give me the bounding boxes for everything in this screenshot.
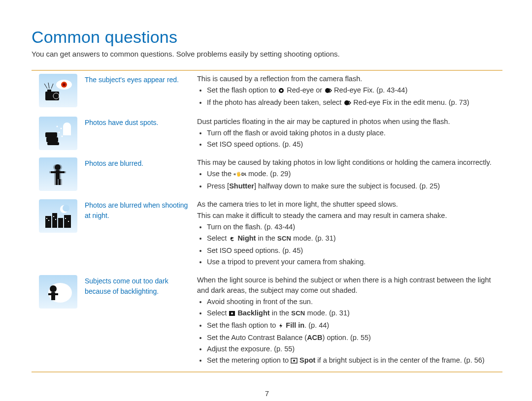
blurred-icon (39, 157, 77, 191)
svg-point-59 (293, 360, 295, 362)
redeye-fix-icon (343, 98, 351, 109)
bullet: Press [Shutter] halfway down to make sur… (207, 181, 502, 191)
fillin-icon (278, 321, 284, 332)
svg-rect-54 (48, 293, 51, 295)
svg-rect-37 (59, 179, 61, 185)
backlight-mode-icon (229, 309, 235, 319)
svg-rect-49 (65, 218, 66, 219)
label-backlight[interactable]: Subjects come out too dark because of ba… (85, 277, 168, 295)
bullet: Adjust the exposure. (p. 55) (207, 344, 502, 354)
label-cell: Photos are blurred when shooting at nigh… (85, 198, 197, 221)
svg-rect-41 (45, 216, 51, 228)
night-mode-icon (229, 234, 235, 245)
desc-cell: When the light source is behind the subj… (197, 274, 502, 368)
desc-cell: Dust particles floating in the air may b… (197, 116, 502, 151)
icon-cell (32, 156, 85, 191)
svg-point-40 (63, 205, 69, 212)
night-icon (39, 199, 77, 233)
bullet: Set the Auto Contrast Balance (ACB) opti… (207, 333, 502, 343)
spot-icon (291, 356, 298, 367)
bullet: Use the «🖐DUAL mode. (p. 29) (207, 169, 502, 180)
row-backlight: Subjects come out too dark because of ba… (32, 272, 502, 371)
bullet: Set ISO speed options. (p. 45) (207, 246, 502, 256)
svg-rect-44 (64, 215, 71, 228)
label-cell: Subjects come out too dark because of ba… (85, 274, 197, 297)
dual-icon: «🖐DUAL (233, 170, 246, 180)
bullet: If the photo has already been taken, sel… (207, 97, 502, 109)
icon-cell (32, 198, 85, 233)
bullet: Set the flash option to Fill in. (p. 44) (207, 320, 502, 332)
red-eye-icon (39, 74, 77, 107)
row-red-eye: The subject's eyes appear red. This is c… (32, 71, 502, 114)
bullet: Set the flash option to Red-eye or Red-e… (207, 85, 502, 96)
svg-rect-50 (68, 221, 69, 222)
svg-point-18 (62, 136, 63, 137)
redeye-fix-icon (324, 86, 332, 96)
dust-icon (39, 117, 77, 150)
svg-point-17 (59, 132, 60, 133)
svg-rect-33 (56, 170, 60, 179)
icon-cell (32, 116, 85, 150)
desc-cell: This may be caused by taking photos in l… (197, 156, 502, 192)
row-night: Photos are blurred when shooting at nigh… (32, 196, 502, 272)
label-cell: Photos have dust spots. (85, 116, 197, 128)
svg-point-2 (63, 83, 66, 86)
redeye-icon (278, 86, 285, 96)
bullet: Set ISO speed options. (p. 45) (207, 139, 502, 150)
svg-point-16 (61, 128, 62, 129)
row-blurred: Photos are blurred. This may be caused b… (32, 154, 502, 196)
desc-cell: As the camera tries to let in more light… (197, 198, 502, 268)
lead-text-2: This can make it difficult to steady the… (197, 211, 502, 221)
svg-line-8 (51, 84, 53, 89)
label-blurred[interactable]: Photos are blurred. (85, 159, 143, 167)
svg-rect-53 (51, 292, 55, 300)
svg-rect-45 (46, 218, 47, 219)
svg-text:«🖐DUAL: «🖐DUAL (233, 171, 246, 177)
bullet: Use a tripod to prevent your camera from… (207, 257, 502, 267)
svg-rect-42 (52, 213, 57, 228)
svg-rect-15 (47, 142, 59, 145)
bullet: Set the metering option to Spot if a bri… (207, 355, 502, 367)
svg-rect-4 (47, 90, 51, 92)
svg-rect-47 (53, 216, 54, 217)
lead-text: This is caused by a reflection from the … (197, 74, 502, 84)
label-red-eye[interactable]: The subject's eyes appear red. (85, 76, 179, 84)
svg-line-6 (44, 84, 47, 89)
svg-point-52 (50, 285, 57, 292)
page-number: 7 (32, 372, 502, 398)
lead-text: Dust particles floating in the air may b… (197, 117, 502, 127)
bullet: Avoid shooting in front of the sun. (207, 297, 502, 307)
svg-rect-35 (60, 171, 65, 173)
intro-text: You can get answers to common questions.… (32, 50, 502, 58)
bullet: Select Night in the SCN mode. (p. 31) (207, 233, 502, 245)
icon-cell (32, 274, 85, 308)
svg-rect-43 (58, 218, 63, 228)
bullet: Turn off the flash or avoid taking photo… (207, 128, 502, 138)
bullet: Turn on the flash. (p. 43-44) (207, 222, 502, 232)
svg-line-7 (48, 83, 49, 89)
svg-rect-14 (46, 137, 58, 142)
label-dust[interactable]: Photos have dust spots. (85, 119, 158, 126)
lead-text: When the light source is behind the subj… (197, 275, 502, 296)
lead-text: This may be caused by taking photos in l… (197, 157, 502, 168)
svg-rect-34 (51, 171, 56, 173)
scn-label: SCN (291, 309, 305, 317)
svg-point-19 (57, 126, 58, 127)
bullet: Select Backlight in the SCN mode. (p. 31… (207, 308, 502, 319)
svg-rect-46 (48, 220, 49, 221)
backlight-icon (39, 275, 77, 308)
lead-text: As the camera tries to let in more light… (197, 199, 502, 210)
svg-rect-13 (45, 132, 57, 137)
label-cell: Photos are blurred. (85, 156, 197, 169)
svg-rect-36 (56, 179, 58, 185)
page-title: Common questions (32, 28, 502, 47)
svg-rect-3 (45, 92, 59, 100)
svg-rect-55 (55, 293, 58, 295)
icon-cell (32, 73, 85, 107)
label-cell: The subject's eyes appear red. (85, 73, 197, 85)
svg-rect-48 (55, 219, 56, 220)
scn-label: SCN (277, 235, 291, 242)
label-night[interactable]: Photos are blurred when shooting at nigh… (85, 201, 188, 219)
svg-point-57 (231, 312, 233, 314)
row-dust: Photos have dust spots. Dust particles f… (32, 114, 502, 154)
